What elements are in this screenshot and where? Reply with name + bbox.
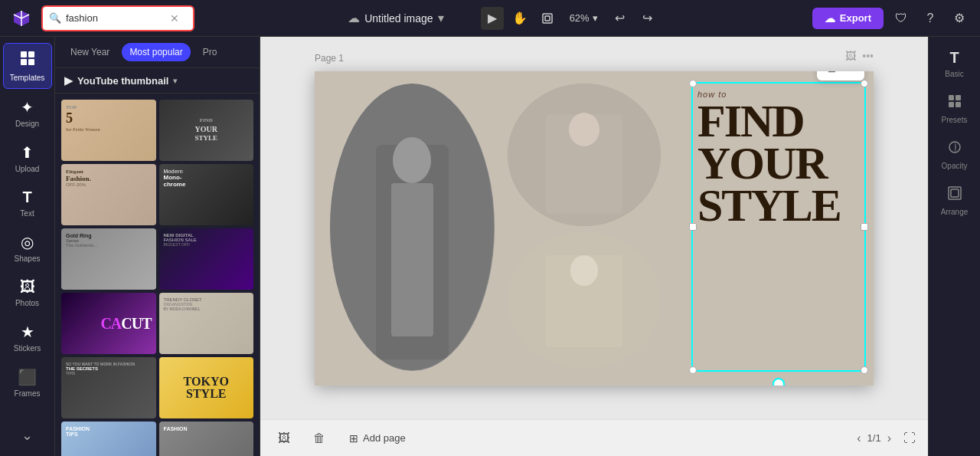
svg-rect-17 (956, 95, 961, 100)
add-page-button[interactable]: ⊞ Add page (343, 429, 412, 448)
right-tool-arrange[interactable]: Arrange (932, 179, 978, 222)
settings-button[interactable]: ⚙ (948, 7, 971, 30)
copy-style-button[interactable]: ⊡ (823, 71, 840, 77)
template-thumb-9[interactable]: SO YOU WANT TO WORK IN FASHION THE SECRE… (61, 357, 156, 418)
svg-rect-22 (951, 189, 959, 197)
expand-button[interactable]: ⛶ (903, 431, 916, 445)
template-thumb-5[interactable]: Gold Ring Series The Authentic... (61, 228, 156, 290)
share-icon: ☁ (825, 12, 835, 25)
svg-rect-19 (956, 102, 961, 107)
photo-main (330, 84, 495, 371)
opacity-icon (947, 139, 962, 159)
text-label: Text (20, 209, 34, 218)
handle-mid-right[interactable] (861, 223, 868, 231)
template-thumb-10[interactable]: TOKYOSTYLE (159, 357, 254, 418)
template-thumb-7[interactable]: CACUT (61, 293, 156, 354)
template-thumb-11[interactable]: FASHIONTIPS (61, 422, 156, 456)
template-thumb-4[interactable]: Modern Mono-chrome (159, 164, 254, 225)
sidebar-item-design[interactable]: ✦ Design (3, 92, 52, 134)
templates-grid: TOP 5 for Petite Women FIND YOUR STYLE E… (55, 93, 260, 456)
svg-rect-0 (543, 14, 552, 23)
svg-rect-9 (391, 183, 433, 336)
category-header[interactable]: ▶ YouTube thumbnail ▾ (55, 68, 260, 93)
canvas-page[interactable]: ⊡ ••• ↻ (315, 71, 874, 385)
handle-top-left[interactable] (689, 80, 697, 87)
tab-pro[interactable]: Pro (195, 43, 225, 61)
rotate-handle[interactable]: ↻ (773, 378, 785, 385)
svg-rect-4 (21, 59, 27, 65)
topbar: 🔍 ✕ ☁ Untitled image ▾ ▶ ✋ 62% ▾ ↩ ↪ (0, 0, 980, 37)
canvas-area: Page 1 🖼 ••• (260, 37, 928, 456)
selection-toolbar: ⊡ ••• (817, 71, 864, 80)
search-box: 🔍 ✕ (41, 5, 194, 31)
photo-top-right (508, 84, 661, 226)
handle-bottom-left[interactable] (689, 366, 697, 374)
upload-icon: ⬆ (21, 143, 34, 162)
sidebar-item-photos[interactable]: 🖼 Photos (3, 272, 52, 313)
text-element[interactable]: ⊡ ••• ↻ (691, 82, 866, 372)
basic-text-icon: T (949, 49, 959, 67)
sidebar-item-upload[interactable]: ⬆ Upload (3, 137, 52, 179)
hand-tool-button[interactable]: ✋ (508, 7, 531, 30)
right-tool-basic[interactable]: T Basic (932, 43, 978, 84)
template-thumb-2[interactable]: FIND YOUR STYLE (159, 100, 254, 161)
handle-top-right[interactable] (861, 80, 868, 87)
prev-page-button[interactable]: ‹ (857, 431, 861, 445)
opacity-label: Opacity (942, 162, 968, 170)
search-clear-icon[interactable]: ✕ (170, 12, 179, 25)
sidebar-item-text[interactable]: T Text (3, 182, 52, 224)
category-arrow-icon: ▾ (173, 77, 177, 85)
sidebar-item-stickers[interactable]: ★ Stickers (3, 317, 52, 359)
template-thumb-6[interactable]: NEW DIGITAL FASHION SALE BIGGEST OFF! (159, 228, 254, 290)
stickers-label: Stickers (14, 344, 41, 353)
page-more-icon[interactable]: ••• (862, 50, 874, 62)
svg-rect-16 (949, 95, 954, 100)
template-thumb-8[interactable]: TRENDY CLOSET ORGANIZATION BY MODA CHANN… (159, 293, 254, 354)
add-page-label: Add page (363, 432, 406, 444)
next-page-button[interactable]: › (887, 431, 891, 445)
stickers-icon: ★ (21, 323, 34, 341)
template-thumb-3[interactable]: Elegant Fashion. OFF-20% (61, 164, 156, 225)
templates-icon (19, 50, 36, 71)
sidebar-item-frames[interactable]: ⬛ Frames (3, 362, 52, 404)
zoom-control[interactable]: 62% ▾ (564, 9, 604, 27)
handle-mid-left[interactable] (689, 223, 697, 231)
frame-tool-button[interactable] (536, 7, 559, 30)
sidebar-item-templates[interactable]: Templates (3, 43, 52, 89)
zoom-value: 62% (570, 12, 590, 24)
sidebar-collapse[interactable]: ⌄ (21, 427, 33, 444)
svg-point-15 (570, 255, 598, 286)
search-input[interactable] (66, 12, 165, 24)
help-button[interactable]: ? (919, 7, 942, 30)
upload-label: Upload (15, 165, 40, 173)
tab-new-year[interactable]: New Year (63, 43, 117, 61)
app-logo[interactable] (9, 6, 34, 31)
delete-button[interactable]: 🗑 (308, 427, 331, 450)
topbar-right: ☁ Export 🛡 ? ⚙ (812, 7, 971, 30)
presets-label: Presets (942, 116, 968, 124)
handle-bottom-right[interactable] (861, 366, 868, 374)
canvas-icon-button[interactable]: 🖼 (273, 427, 296, 450)
right-tool-opacity[interactable]: Opacity (932, 133, 978, 176)
undo-button[interactable]: ↩ (609, 7, 632, 30)
tab-most-popular[interactable]: Most popular (122, 43, 190, 61)
shapes-label: Shapes (15, 254, 41, 263)
right-tool-presets[interactable]: Presets (932, 87, 978, 130)
basic-label: Basic (945, 70, 963, 78)
redo-button[interactable]: ↪ (636, 7, 659, 30)
more-options-button[interactable]: ••• (841, 71, 858, 77)
export-button[interactable]: ☁ Export (812, 8, 884, 29)
template-thumb-1[interactable]: TOP 5 for Petite Women (61, 100, 156, 161)
doc-dropdown-icon[interactable]: ▾ (438, 11, 444, 25)
select-tool-button[interactable]: ▶ (481, 7, 504, 30)
canvas-scroll[interactable]: Page 1 🖼 ••• (260, 37, 928, 419)
sidebar-item-shapes[interactable]: ◎ Shapes (3, 227, 52, 269)
presets-icon (947, 93, 962, 113)
frames-icon: ⬛ (18, 368, 37, 386)
template-thumb-12[interactable]: FASHION (159, 422, 254, 456)
right-sidebar: T Basic Presets Opacity (928, 37, 980, 456)
shield-icon-button[interactable]: 🛡 (890, 7, 913, 30)
templates-panel: New Year Most popular Pro ▶ YouTube thum… (55, 37, 260, 456)
page-image-icon[interactable]: 🖼 (845, 50, 856, 62)
svg-rect-3 (28, 51, 34, 57)
